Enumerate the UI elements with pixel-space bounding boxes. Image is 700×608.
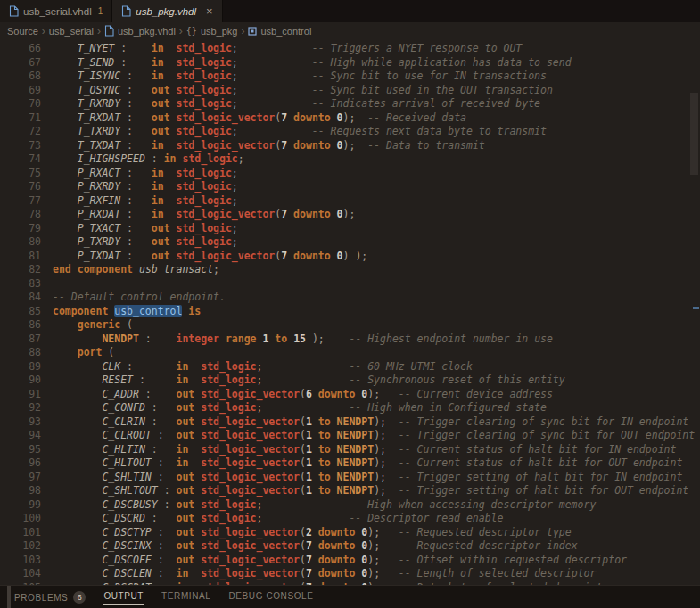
code-line-76[interactable]: 76 P_RXRDY : in std_logic; — [0, 180, 700, 194]
line-number[interactable]: 91 — [0, 388, 41, 402]
line-number[interactable]: 103 — [0, 554, 41, 568]
panel-tab-bar: PROBLEMS6OUTPUTTERMINALDEBUG CONSOLE — [0, 585, 700, 608]
line-number[interactable]: 104 — [0, 567, 41, 581]
code-line-text: C_DSCBUSY : out std_logic; -- High when … — [41, 498, 596, 513]
code-line-72[interactable]: 72 T_TXRDY : out std_logic; -- Requests … — [0, 125, 700, 139]
code-line-88[interactable]: 88 port ( — [0, 346, 700, 360]
line-number[interactable]: 92 — [0, 401, 41, 415]
line-number[interactable]: 99 — [0, 498, 41, 513]
line-number[interactable]: 73 — [0, 139, 41, 153]
line-number[interactable]: 86 — [0, 318, 41, 333]
panel-tab-problems[interactable]: PROBLEMS6 — [14, 591, 86, 607]
tab-usb-serial-vhdl[interactable]: usb_serial.vhdl1 — [0, 0, 112, 22]
code-line-104[interactable]: 104 C_DSCLEN : in std_logic_vector(7 dow… — [0, 567, 700, 581]
code-line-96[interactable]: 96 C_HLTOUT : in std_logic_vector(1 to N… — [0, 456, 700, 471]
code-line-87[interactable]: 87 NENDPT : integer range 1 to 15 ); -- … — [0, 333, 700, 347]
code-line-98[interactable]: 98 C_SHLTOUT : out std_logic_vector(1 to… — [0, 484, 700, 498]
panel-tab-terminal[interactable]: TERMINAL — [161, 591, 210, 604]
code-line-97[interactable]: 97 C_SHLTIN : out std_logic_vector(1 to … — [0, 471, 700, 485]
line-number[interactable]: 78 — [0, 208, 41, 222]
code-line-89[interactable]: 89 CLK : in std_logic; -- 60 MHz UTMI cl… — [0, 360, 700, 374]
line-number[interactable]: 67 — [0, 56, 41, 70]
line-number[interactable]: 95 — [0, 443, 41, 457]
line-number[interactable]: 75 — [0, 167, 41, 181]
code-line-67[interactable]: 67 T_SEND : in std_logic; -- High while … — [0, 56, 700, 70]
line-number[interactable]: 85 — [0, 305, 41, 319]
code-line-81[interactable]: 81 P_TXDAT : out std_logic_vector(7 down… — [0, 250, 700, 264]
code-line-82[interactable]: 82end component usb_transact; — [0, 263, 700, 277]
code-line-94[interactable]: 94 C_CLROUT : out std_logic_vector(1 to … — [0, 429, 700, 443]
line-number[interactable]: 70 — [0, 97, 41, 111]
panel-scrollbar[interactable] — [7, 586, 11, 608]
line-number[interactable]: 102 — [0, 539, 41, 554]
line-number[interactable]: 84 — [0, 291, 41, 305]
code-line-95[interactable]: 95 C_HLTIN : in std_logic_vector(1 to NE… — [0, 443, 700, 457]
panel-tab-output[interactable]: OUTPUT — [103, 591, 144, 605]
code-line-92[interactable]: 92 C_CONFD : out std_logic; -- High when… — [0, 401, 700, 415]
breadcrumb-item-usb-control[interactable]: usb_control — [248, 26, 311, 37]
code-line-86[interactable]: 86 generic ( — [0, 318, 700, 333]
code-line-84[interactable]: 84-- Default control endpoint. — [0, 291, 700, 305]
code-line-69[interactable]: 69 T_OSYNC : out std_logic; -- Sync bit … — [0, 84, 700, 98]
panel-tab-debug-console[interactable]: DEBUG CONSOLE — [228, 591, 313, 604]
symbol-module-icon — [248, 27, 257, 36]
line-number[interactable]: 79 — [0, 222, 41, 236]
code-line-103[interactable]: 103 C_DSCOFF : out std_logic_vector(7 do… — [0, 554, 700, 568]
code-line-66[interactable]: 66 T_NYET : in std_logic; -- Triggers a … — [0, 42, 700, 56]
line-number[interactable]: 96 — [0, 456, 41, 471]
line-number[interactable]: 76 — [0, 180, 41, 194]
breadcrumb-item-usb-serial[interactable]: usb_serial — [49, 26, 94, 37]
breadcrumb-label: usb_control — [260, 26, 311, 37]
code-line-75[interactable]: 75 P_RXACT : in std_logic; — [0, 167, 700, 181]
line-number[interactable]: 66 — [0, 42, 41, 56]
line-number[interactable]: 72 — [0, 125, 41, 139]
code-line-90[interactable]: 90 RESET : in std_logic; -- Synchronous … — [0, 374, 700, 388]
vertical-scrollbar-thumb[interactable] — [690, 93, 698, 175]
line-number[interactable]: 97 — [0, 471, 41, 485]
line-number[interactable]: 94 — [0, 429, 41, 443]
line-number[interactable]: 80 — [0, 235, 41, 250]
code-line-99[interactable]: 99 C_DSCBUSY : out std_logic; -- High wh… — [0, 498, 700, 513]
line-number[interactable]: 69 — [0, 84, 41, 98]
code-line-91[interactable]: 91 C_ADDR : out std_logic_vector(6 downt… — [0, 388, 700, 402]
line-number[interactable]: 100 — [0, 512, 41, 526]
code-line-71[interactable]: 71 T_RXDAT : out std_logic_vector(7 down… — [0, 111, 700, 126]
close-icon[interactable]: × — [206, 5, 213, 17]
chevron-right-icon: › — [179, 25, 183, 37]
line-number[interactable]: 93 — [0, 415, 41, 430]
code-line-73[interactable]: 73 T_TXDAT : in std_logic_vector(7 downt… — [0, 139, 700, 153]
line-number[interactable]: 89 — [0, 360, 41, 374]
line-number[interactable]: 101 — [0, 526, 41, 540]
code-line-93[interactable]: 93 C_CLRIN : out std_logic_vector(1 to N… — [0, 415, 700, 430]
line-number[interactable]: 83 — [0, 277, 41, 292]
code-line-85[interactable]: 85component usb_control is — [0, 305, 700, 319]
code-line-70[interactable]: 70 T_RXRDY : out std_logic; -- Indicates… — [0, 97, 700, 111]
line-number[interactable]: 90 — [0, 374, 41, 388]
code-line-79[interactable]: 79 P_TXACT : out std_logic; — [0, 222, 700, 236]
code-line-68[interactable]: 68 T_ISYNC : in std_logic; -- Sync bit t… — [0, 70, 700, 84]
line-number[interactable]: 87 — [0, 333, 41, 347]
line-number[interactable]: 71 — [0, 111, 41, 126]
breadcrumb-item-usb-pkg[interactable]: {}usb_pkg — [186, 26, 238, 37]
code-line-74[interactable]: 74 I_HIGHSPEED : in std_logic; — [0, 152, 700, 167]
line-number[interactable]: 88 — [0, 346, 41, 360]
line-number[interactable]: 82 — [0, 263, 41, 277]
code-line-101[interactable]: 101 C_DSCTYP : out std_logic_vector(2 do… — [0, 526, 700, 540]
code-line-77[interactable]: 77 P_RXFIN : in std_logic; — [0, 194, 700, 209]
line-number[interactable]: 74 — [0, 152, 41, 167]
code-line-102[interactable]: 102 C_DSCINX : out std_logic_vector(7 do… — [0, 539, 700, 554]
code-line-80[interactable]: 80 P_TXRDY : out std_logic; — [0, 235, 700, 250]
file-icon — [104, 25, 114, 37]
line-number[interactable]: 98 — [0, 484, 41, 498]
line-number[interactable]: 81 — [0, 250, 41, 264]
tab-usb-pkg-vhdl[interactable]: usb_pkg.vhdl× — [112, 0, 222, 22]
code-line-83[interactable]: 83 — [0, 277, 700, 292]
code-editor[interactable]: 66 T_NYET : in std_logic; -- Triggers a … — [0, 39, 700, 585]
line-number[interactable]: 68 — [0, 70, 41, 84]
line-number[interactable]: 77 — [0, 194, 41, 209]
code-line-78[interactable]: 78 P_RXDAT : in std_logic_vector(7 downt… — [0, 208, 700, 222]
highlighted-word[interactable]: usb_control — [114, 305, 182, 317]
breadcrumb-item-source[interactable]: Source — [7, 26, 38, 37]
code-line-100[interactable]: 100 C_DSCRD : out std_logic; -- Descript… — [0, 512, 700, 526]
breadcrumb-item-usb-pkg-vhdl[interactable]: usb_pkg.vhdl — [104, 25, 176, 37]
